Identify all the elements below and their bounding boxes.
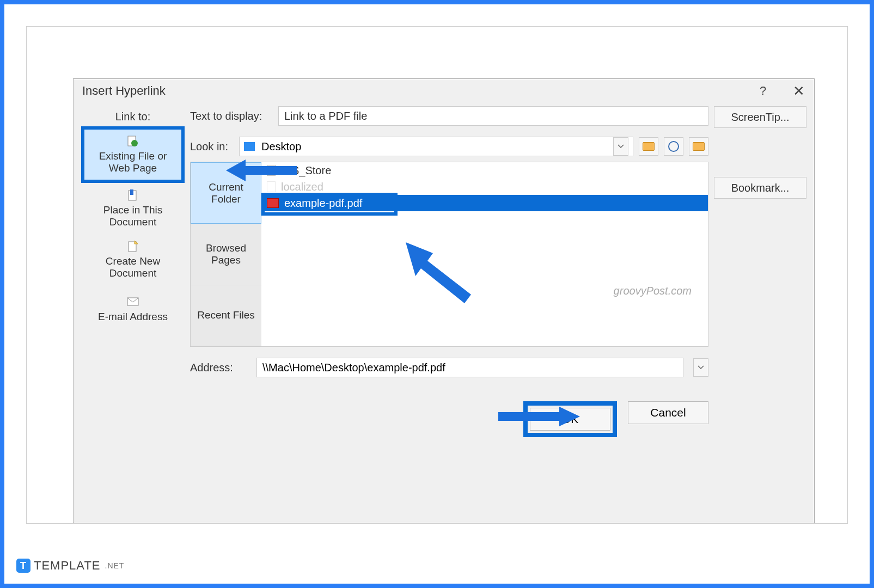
outer-frame: Insert Hyperlink ? ✕ Link to: Existing F…	[0, 0, 874, 588]
bookmark-page-icon	[126, 189, 139, 202]
linkto-label: Link to:	[81, 111, 185, 123]
tab-recent-files[interactable]: Recent Files	[191, 285, 261, 346]
pdf-icon	[267, 198, 279, 208]
brand-badge-icon: T	[16, 559, 30, 573]
bookmark-button[interactable]: Bookmark...	[714, 177, 806, 199]
file-item-localized[interactable]: localized	[261, 179, 708, 195]
file-item-dsstore[interactable]: .DS_Store	[261, 162, 708, 179]
globe-icon	[668, 141, 679, 152]
dialog-title: Insert Hyperlink	[82, 84, 166, 98]
folder-up-icon	[643, 142, 655, 151]
browse-file-button[interactable]	[689, 137, 708, 156]
lookin-label: Look in:	[190, 140, 234, 153]
linkto-place-in-doc[interactable]: Place in This Document	[81, 183, 185, 234]
up-folder-button[interactable]	[639, 137, 658, 156]
chevron-down-icon	[613, 137, 628, 156]
right-column: ScreenTip... Bookmark...	[714, 106, 806, 437]
svg-point-1	[131, 140, 138, 146]
lookin-value: Desktop	[261, 140, 301, 153]
titlebar-controls: ? ✕	[755, 83, 806, 99]
lookin-row: Look in: Desktop	[190, 137, 708, 156]
brand-name: TEMPLATE	[34, 559, 101, 573]
address-label: Address:	[190, 362, 250, 374]
text-to-display-row: Text to display:	[190, 106, 708, 126]
svg-marker-9	[498, 407, 580, 426]
linkto-email[interactable]: E-mail Address	[81, 285, 185, 333]
annotation-arrow-pdf	[406, 242, 482, 308]
svg-rect-3	[130, 189, 133, 195]
close-button[interactable]: ✕	[791, 83, 806, 99]
svg-marker-7	[226, 160, 297, 181]
linkto-place-line2: Document	[109, 216, 157, 228]
folder-icon	[693, 142, 705, 151]
text-to-display-input[interactable]	[278, 106, 708, 126]
inner-wrap: Insert Hyperlink ? ✕ Link to: Existing F…	[26, 26, 848, 524]
address-input[interactable]: \\Mac\Home\Desktop\example-pdf.pdf	[256, 358, 683, 377]
browse-web-button[interactable]	[664, 137, 683, 156]
watermark: groovyPost.com	[614, 285, 692, 297]
linkto-place-line1: Place in This	[103, 204, 162, 216]
svg-marker-8	[406, 242, 471, 303]
linkto-panel: Link to: Existing File or Web Page Place…	[81, 106, 185, 437]
annotation-arrow-existing	[226, 155, 302, 188]
brand-footer: T TEMPLATE .NET	[16, 559, 124, 573]
linkto-create-new[interactable]: Create New Document	[81, 234, 185, 285]
help-button[interactable]: ?	[755, 83, 771, 99]
linkto-existing-line1: Existing File or	[99, 150, 167, 162]
lookin-dropdown[interactable]: Desktop	[239, 137, 633, 156]
linkto-existing-line2: Web Page	[109, 162, 157, 174]
address-row: Address: \\Mac\Home\Desktop\example-pdf.…	[190, 358, 708, 377]
address-dropdown-button[interactable]	[693, 358, 708, 377]
annotation-arrow-ok	[498, 405, 580, 432]
footer-buttons: OK Cancel	[190, 401, 708, 437]
screentip-button[interactable]: ScreenTip...	[714, 106, 806, 128]
close-icon: ✕	[793, 83, 805, 100]
globe-page-icon	[126, 135, 139, 148]
linkto-existing-file[interactable]: Existing File or Web Page	[81, 126, 185, 183]
new-doc-icon	[126, 240, 139, 253]
envelope-icon	[126, 296, 139, 309]
brand-suffix: .NET	[105, 561, 125, 570]
dialog-titlebar: Insert Hyperlink ? ✕	[74, 79, 814, 106]
address-value: \\Mac\Home\Desktop\example-pdf.pdf	[262, 362, 445, 374]
desktop-folder-icon	[244, 142, 255, 151]
svg-marker-5	[135, 241, 138, 244]
text-to-display-label: Text to display:	[190, 110, 272, 122]
tab-browsed-pages[interactable]: Browsed Pages	[191, 224, 261, 285]
browse-tabs: Current Folder Browsed Pages Recent File…	[191, 162, 261, 346]
file-list[interactable]: .DS_Store localized example-pdf.pdf	[261, 162, 708, 346]
insert-hyperlink-dialog: Insert Hyperlink ? ✕ Link to: Existing F…	[73, 78, 815, 523]
linkto-new-line2: Document	[109, 267, 157, 279]
linkto-new-line1: Create New	[106, 255, 160, 267]
file-name: example-pdf.pdf	[284, 197, 362, 210]
file-item-example-pdf[interactable]: example-pdf.pdf	[261, 195, 708, 211]
linkto-email-line1: E-mail Address	[98, 311, 168, 323]
cancel-button[interactable]: Cancel	[628, 401, 708, 424]
